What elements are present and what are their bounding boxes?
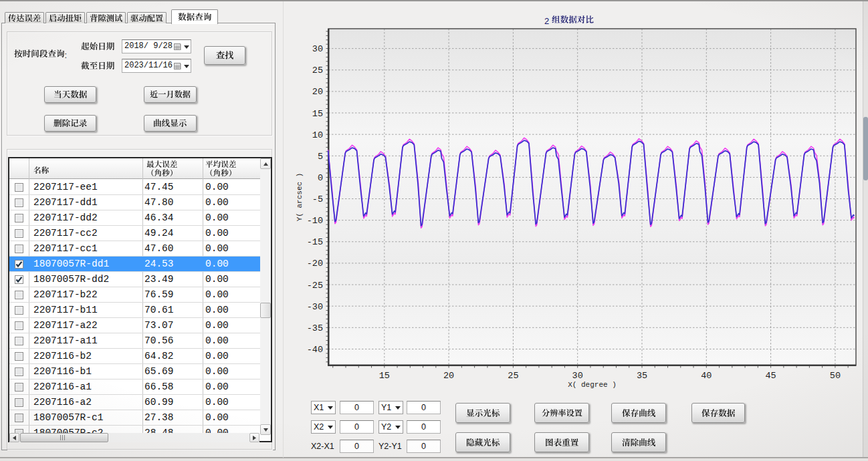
svg-text:30: 30 <box>572 371 583 381</box>
svg-text:Y( arcsec ): Y( arcsec ) <box>296 173 304 222</box>
svg-text:15: 15 <box>379 371 390 381</box>
svg-text:25: 25 <box>312 65 323 75</box>
svg-text:-25: -25 <box>307 281 323 291</box>
svg-text:-20: -20 <box>307 259 323 269</box>
svg-text:20: 20 <box>312 87 323 97</box>
svg-text:-40: -40 <box>307 345 323 355</box>
svg-text:5: 5 <box>318 152 323 162</box>
svg-text:-30: -30 <box>307 302 323 312</box>
svg-text:10: 10 <box>312 130 323 140</box>
svg-text:35: 35 <box>637 371 647 381</box>
svg-text:45: 45 <box>765 371 776 381</box>
svg-text:X( degree ): X( degree ) <box>568 381 617 389</box>
svg-text:25: 25 <box>508 371 518 381</box>
svg-text:-10: -10 <box>307 216 323 226</box>
svg-text:30: 30 <box>312 44 323 54</box>
svg-text:-5: -5 <box>312 194 323 204</box>
svg-text:20: 20 <box>443 371 454 381</box>
svg-text:40: 40 <box>701 371 712 381</box>
svg-text:0: 0 <box>318 173 323 183</box>
svg-text:15: 15 <box>312 109 323 119</box>
svg-text:-35: -35 <box>307 323 323 333</box>
svg-text:-15: -15 <box>307 237 323 247</box>
svg-text:50: 50 <box>830 371 841 381</box>
